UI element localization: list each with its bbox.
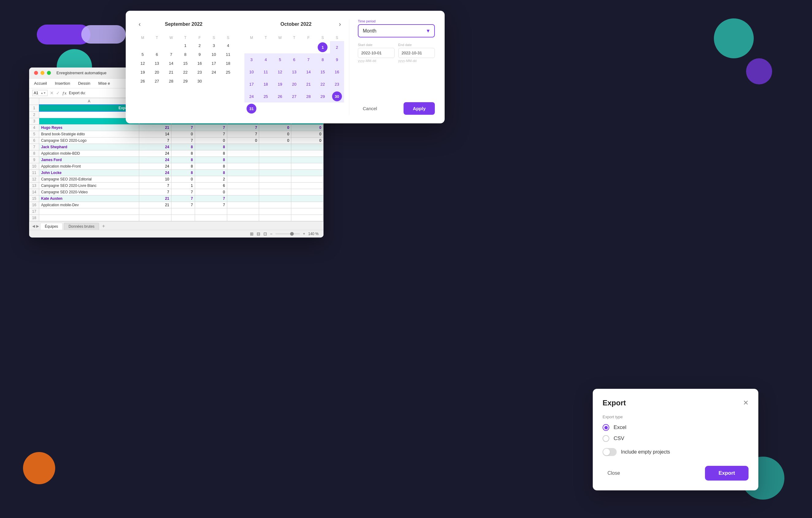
cell-D9[interactable]: 8 xyxy=(195,157,227,163)
traffic-light-red[interactable] xyxy=(34,71,38,75)
export-close-button[interactable]: ✕ xyxy=(743,400,749,406)
cal-day-range[interactable]: 26 xyxy=(273,90,287,103)
cal-day[interactable]: 2 xyxy=(193,41,207,50)
cell-C17[interactable] xyxy=(171,208,195,215)
cell-E7[interactable] xyxy=(227,144,259,150)
cell-A18[interactable] xyxy=(39,215,139,221)
cell-F8[interactable] xyxy=(259,150,291,157)
menu-item-insertion[interactable]: Insertion xyxy=(54,80,71,86)
cell-name-hugo[interactable]: Hugo Reyes xyxy=(39,124,139,131)
cell-C8[interactable]: 8 xyxy=(171,150,195,157)
cal-day-range[interactable]: 17 xyxy=(244,78,259,90)
dialog-export-button[interactable]: Export xyxy=(705,466,749,481)
cal-day[interactable]: 23 xyxy=(193,68,207,77)
cal-day[interactable]: 29 xyxy=(178,77,192,86)
cell-B15[interactable]: 21 xyxy=(139,195,171,201)
cal-day-range[interactable]: 11 xyxy=(259,66,272,78)
scroll-tab-left[interactable]: ◀ xyxy=(32,224,35,228)
cal-day[interactable]: 11 xyxy=(221,50,235,59)
cal-day-range[interactable]: 18 xyxy=(259,78,272,90)
cell-E15[interactable] xyxy=(227,195,259,201)
formula-check-icon[interactable]: ✓ xyxy=(56,90,60,96)
cal-day-range[interactable]: 15 xyxy=(316,66,330,78)
cell-E10[interactable] xyxy=(227,163,259,169)
cell-C16[interactable]: 7 xyxy=(171,201,195,208)
scroll-tab-right[interactable]: ▶ xyxy=(36,224,39,228)
cell-A12[interactable]: Campagne SEO 2020-Editorial xyxy=(39,176,139,182)
cal-day-range[interactable]: 3 xyxy=(244,53,259,66)
cell-G13[interactable] xyxy=(291,182,323,189)
cal-day[interactable]: 28 xyxy=(164,77,178,86)
cal-day[interactable]: 13 xyxy=(150,59,164,68)
traffic-light-yellow[interactable] xyxy=(40,71,45,75)
cal-day-range[interactable]: 9 xyxy=(330,53,344,66)
cell-D17[interactable] xyxy=(195,208,227,215)
cal-day[interactable]: 21 xyxy=(164,68,178,77)
cal-day-range[interactable]: 24 xyxy=(244,90,259,103)
cell-C13[interactable]: 1 xyxy=(171,182,195,189)
cell-D14[interactable]: 0 xyxy=(195,189,227,195)
cal-day[interactable]: 30 xyxy=(193,77,207,86)
cancel-button[interactable]: Cancel xyxy=(358,103,382,114)
view-normal-icon[interactable]: ⊞ xyxy=(250,231,254,236)
cell-D5[interactable]: 7 xyxy=(195,131,227,137)
cal-day-range[interactable]: 27 xyxy=(287,90,301,103)
cell-C18[interactable] xyxy=(171,215,195,221)
cal-day[interactable]: 15 xyxy=(178,59,192,68)
cell-B12[interactable]: 10 xyxy=(139,176,171,182)
cal-day-range[interactable]: 19 xyxy=(273,78,287,90)
cal-day-range[interactable]: 8 xyxy=(316,53,330,66)
cell-A10[interactable]: Application mobile-Front xyxy=(39,163,139,169)
cell-D15[interactable]: 7 xyxy=(195,195,227,201)
cal-day-selected-start[interactable]: 1 xyxy=(316,41,330,53)
cell-name-kate[interactable]: Kate Austen xyxy=(39,195,139,201)
cal-day[interactable]: 26 xyxy=(136,77,150,86)
cell-G7[interactable] xyxy=(291,144,323,150)
cell-F17[interactable] xyxy=(259,208,291,215)
cell-E13[interactable] xyxy=(227,182,259,189)
cell-E16[interactable] xyxy=(227,201,259,208)
tab-equipes[interactable]: Équipes xyxy=(40,223,63,230)
zoom-slider-track[interactable] xyxy=(276,233,300,235)
cell-name-james[interactable]: James Ford xyxy=(39,157,139,163)
cell-name-jack[interactable]: Jack Shephard xyxy=(39,144,139,150)
cell-A16[interactable]: Application mobile-Dev xyxy=(39,201,139,208)
cell-D10[interactable]: 8 xyxy=(195,163,227,169)
menu-item-accueil[interactable]: Accueil xyxy=(33,80,48,86)
cell-C6[interactable]: 7 xyxy=(171,137,195,144)
cell-E18[interactable] xyxy=(227,215,259,221)
cal-day-range[interactable]: 7 xyxy=(301,53,316,66)
traffic-light-green[interactable] xyxy=(47,71,51,75)
view-layout-icon[interactable]: ⊟ xyxy=(257,231,260,236)
cell-C15[interactable]: 7 xyxy=(171,195,195,201)
cell-C9[interactable]: 8 xyxy=(171,157,195,163)
cell-B4[interactable]: 21 xyxy=(139,124,171,131)
cell-G16[interactable] xyxy=(291,201,323,208)
cal-day[interactable]: 8 xyxy=(178,50,192,59)
cell-E14[interactable] xyxy=(227,189,259,195)
cell-B16[interactable]: 21 xyxy=(139,201,171,208)
cell-A17[interactable] xyxy=(39,208,139,215)
cell-F4[interactable]: 0 xyxy=(259,124,291,131)
cal-day-range[interactable]: 21 xyxy=(301,78,316,90)
cal-day-range[interactable]: 10 xyxy=(244,66,259,78)
cal-day-range[interactable]: 4 xyxy=(259,53,272,66)
cell-E4[interactable]: 7 xyxy=(227,124,259,131)
cell-D4[interactable]: 7 xyxy=(195,124,227,131)
cell-B10[interactable]: 24 xyxy=(139,163,171,169)
cell-F10[interactable] xyxy=(259,163,291,169)
cell-E6[interactable]: 0 xyxy=(227,137,259,144)
cal-day[interactable]: 14 xyxy=(164,59,178,68)
cell-E17[interactable] xyxy=(227,208,259,215)
cell-B6[interactable]: 7 xyxy=(139,137,171,144)
cal-day[interactable]: 22 xyxy=(178,68,192,77)
cell-F11[interactable] xyxy=(259,169,291,176)
cell-C4[interactable]: 7 xyxy=(171,124,195,131)
cell-C14[interactable]: 7 xyxy=(171,189,195,195)
cell-G18[interactable] xyxy=(291,215,323,221)
cell-A13[interactable]: Campagne SEO 2020-Livre Blanc xyxy=(39,182,139,189)
menu-item-dessin[interactable]: Dessin xyxy=(77,80,92,86)
cell-G6[interactable]: 0 xyxy=(291,137,323,144)
cell-G11[interactable] xyxy=(291,169,323,176)
tab-donnees[interactable]: Données brutes xyxy=(64,223,99,230)
